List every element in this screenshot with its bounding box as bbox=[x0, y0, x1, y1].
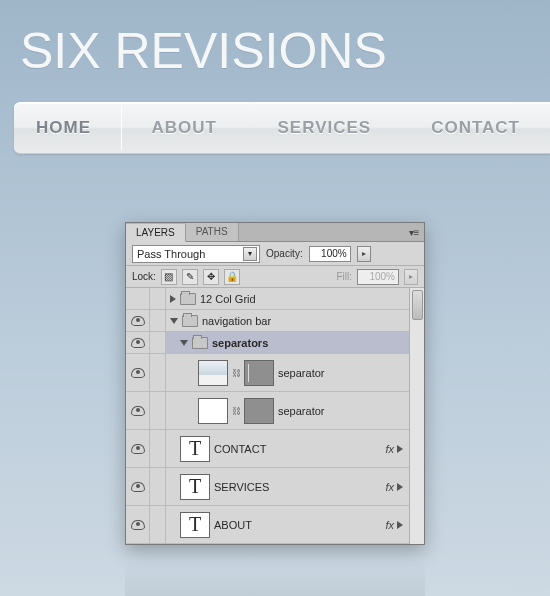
layer-row-about[interactable]: T ABOUT fx bbox=[126, 506, 424, 544]
link-icon[interactable]: ⛓ bbox=[232, 366, 240, 380]
layer-thumb[interactable] bbox=[198, 360, 228, 386]
layer-row-separator[interactable]: ⛓ separator bbox=[126, 354, 424, 392]
eye-icon bbox=[131, 338, 145, 348]
layer-name[interactable]: separators bbox=[212, 337, 268, 349]
mask-thumb[interactable] bbox=[244, 398, 274, 424]
text-layer-icon[interactable]: T bbox=[180, 436, 210, 462]
nav-contact[interactable]: CONTACT bbox=[401, 103, 550, 153]
lock-pixels-icon[interactable]: ✎ bbox=[182, 269, 198, 285]
opacity-label: Opacity: bbox=[266, 248, 303, 259]
lock-all-icon[interactable]: 🔒 bbox=[224, 269, 240, 285]
fx-badge[interactable]: fx bbox=[385, 443, 403, 455]
eye-icon bbox=[131, 520, 145, 530]
link-col bbox=[150, 288, 166, 309]
fill-flyout: ▸ bbox=[404, 269, 418, 285]
opacity-input[interactable]: 100% bbox=[309, 246, 351, 262]
link-col bbox=[150, 310, 166, 331]
layer-list: 12 Col Grid navigation bar separators bbox=[126, 288, 424, 544]
fx-badge[interactable]: fx bbox=[385, 519, 403, 531]
chevron-down-icon: ▾ bbox=[243, 247, 257, 261]
link-col bbox=[150, 354, 166, 391]
navbar: HOME ABOUT SERVICES CONTACT bbox=[14, 102, 550, 154]
disclosure-icon[interactable] bbox=[180, 340, 188, 346]
text-layer-icon[interactable]: T bbox=[180, 512, 210, 538]
link-col bbox=[150, 392, 166, 429]
link-col bbox=[150, 332, 166, 353]
text-layer-icon[interactable]: T bbox=[180, 474, 210, 500]
link-col bbox=[150, 430, 166, 467]
tab-layers[interactable]: LAYERS bbox=[126, 224, 186, 242]
eye-icon bbox=[131, 482, 145, 492]
visibility-toggle[interactable] bbox=[126, 310, 150, 331]
lock-label: Lock: bbox=[132, 271, 156, 282]
fx-badge[interactable]: fx bbox=[385, 481, 403, 493]
tab-paths[interactable]: PATHS bbox=[186, 223, 239, 241]
lock-row: Lock: ▨ ✎ ✥ 🔒 Fill: 100% ▸ bbox=[126, 266, 424, 288]
fill-input: 100% bbox=[357, 269, 399, 285]
visibility-toggle[interactable] bbox=[126, 392, 150, 429]
tabs-fill bbox=[239, 223, 404, 241]
chevron-right-icon bbox=[397, 483, 403, 491]
scrollbar-thumb[interactable] bbox=[412, 290, 423, 320]
opacity-flyout[interactable]: ▸ bbox=[357, 246, 371, 262]
folder-icon bbox=[192, 337, 208, 349]
layer-name[interactable]: SERVICES bbox=[214, 481, 269, 493]
link-col bbox=[150, 506, 166, 543]
nav-services[interactable]: SERVICES bbox=[247, 103, 401, 153]
layer-row-separator[interactable]: ⛓ separator bbox=[126, 392, 424, 430]
layers-panel: LAYERS PATHS ▾≡ Pass Through ▾ Opacity: … bbox=[125, 222, 425, 545]
mask-thumb[interactable] bbox=[244, 360, 274, 386]
layer-row-contact[interactable]: T CONTACT fx bbox=[126, 430, 424, 468]
layer-name[interactable]: ABOUT bbox=[214, 519, 252, 531]
blend-mode-select[interactable]: Pass Through ▾ bbox=[132, 245, 260, 263]
site-title: SIX REVISIONS bbox=[0, 0, 550, 80]
panel-tabs: LAYERS PATHS ▾≡ bbox=[126, 223, 424, 242]
link-icon[interactable]: ⛓ bbox=[232, 404, 240, 418]
disclosure-icon[interactable] bbox=[170, 318, 178, 324]
layer-name[interactable]: CONTACT bbox=[214, 443, 266, 455]
eye-icon bbox=[131, 368, 145, 378]
chevron-right-icon bbox=[397, 521, 403, 529]
visibility-toggle[interactable] bbox=[126, 332, 150, 353]
layer-name[interactable]: 12 Col Grid bbox=[200, 293, 256, 305]
layer-row-navigationbar[interactable]: navigation bar bbox=[126, 310, 424, 332]
visibility-toggle[interactable] bbox=[126, 468, 150, 505]
scrollbar[interactable] bbox=[409, 288, 424, 544]
visibility-toggle[interactable] bbox=[126, 288, 150, 309]
visibility-toggle[interactable] bbox=[126, 506, 150, 543]
layer-name[interactable]: separator bbox=[278, 405, 324, 417]
layer-name[interactable]: navigation bar bbox=[202, 315, 271, 327]
panel-reflection bbox=[125, 560, 425, 596]
layer-row-services[interactable]: T SERVICES fx bbox=[126, 468, 424, 506]
blend-mode-value: Pass Through bbox=[137, 248, 205, 260]
layer-thumb[interactable] bbox=[198, 398, 228, 424]
nav-home[interactable]: HOME bbox=[14, 103, 121, 153]
eye-icon bbox=[131, 316, 145, 326]
visibility-toggle[interactable] bbox=[126, 354, 150, 391]
fill-label: Fill: bbox=[336, 271, 352, 282]
folder-icon bbox=[180, 293, 196, 305]
eye-icon bbox=[131, 406, 145, 416]
lock-transparency-icon[interactable]: ▨ bbox=[161, 269, 177, 285]
panel-menu-button[interactable]: ▾≡ bbox=[404, 223, 424, 241]
layer-name[interactable]: separator bbox=[278, 367, 324, 379]
eye-icon bbox=[131, 444, 145, 454]
blend-opacity-row: Pass Through ▾ Opacity: 100% ▸ bbox=[126, 242, 424, 266]
visibility-toggle[interactable] bbox=[126, 430, 150, 467]
nav-about[interactable]: ABOUT bbox=[122, 103, 247, 153]
link-col bbox=[150, 468, 166, 505]
disclosure-icon[interactable] bbox=[170, 295, 176, 303]
chevron-right-icon bbox=[397, 445, 403, 453]
layer-row-12colgrid[interactable]: 12 Col Grid bbox=[126, 288, 424, 310]
folder-icon bbox=[182, 315, 198, 327]
layer-row-separators[interactable]: separators bbox=[126, 332, 424, 354]
lock-position-icon[interactable]: ✥ bbox=[203, 269, 219, 285]
